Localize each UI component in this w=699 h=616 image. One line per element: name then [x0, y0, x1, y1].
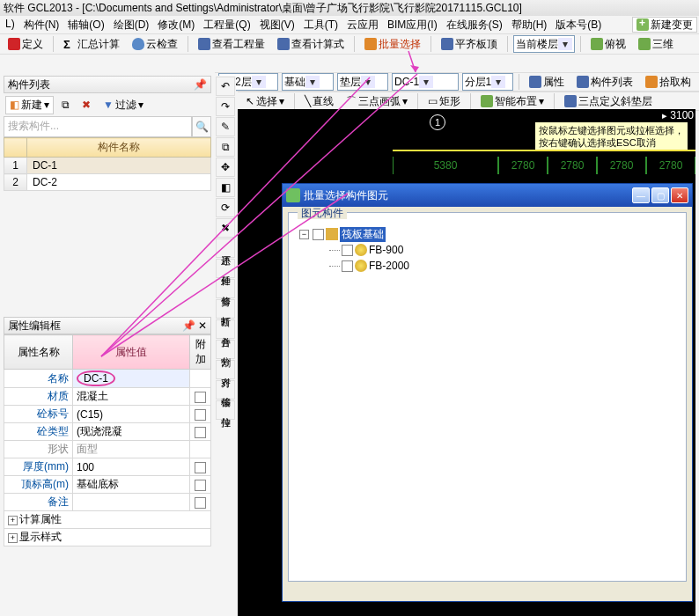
prop-row-expand[interactable]: +计算属性: [4, 511, 211, 529]
checkbox[interactable]: [342, 245, 353, 256]
restore-tool[interactable]: 还原: [216, 238, 235, 258]
pval[interactable]: (现浇混凝: [73, 423, 190, 441]
view-qty-button[interactable]: 查看工程量: [194, 35, 269, 54]
pval[interactable]: (C15): [73, 406, 190, 423]
dialog-title-bar[interactable]: 批量选择构件图元 — ▢ ✕: [283, 184, 692, 207]
arc3-tool[interactable]: ⌒三点画弧▾: [342, 92, 412, 111]
menu-item[interactable]: 工程量(Q): [200, 17, 254, 33]
tool-btn[interactable]: ⟳: [216, 198, 235, 217]
batch-select-button[interactable]: 批量选择: [360, 35, 425, 54]
menu-item[interactable]: 修改(M): [154, 17, 198, 33]
merge-tool[interactable]: 合并: [216, 319, 235, 339]
maximize-button[interactable]: ▢: [651, 187, 669, 203]
pin-icon[interactable]: 📌: [182, 319, 195, 332]
checkbox[interactable]: [195, 462, 206, 473]
slope3-tool[interactable]: 三点定义斜垫层: [560, 92, 657, 111]
overlook-button[interactable]: 俯视: [586, 35, 630, 54]
prop-row-expand[interactable]: +显示样式: [4, 529, 211, 546]
offset-tool[interactable]: 偏移: [216, 380, 235, 400]
pval[interactable]: 100: [73, 458, 190, 476]
subfloor-select[interactable]: 分层1▾: [462, 73, 514, 91]
col-name[interactable]: 构件名称: [27, 138, 211, 158]
menu-item[interactable]: 帮助(H): [508, 17, 551, 33]
menu-item[interactable]: 辅轴(O): [64, 17, 107, 33]
sum-button[interactable]: 汇总计算: [59, 35, 124, 54]
new-component-button[interactable]: ◧ 新建 ▾: [5, 96, 54, 114]
table-row[interactable]: 1DC-1: [4, 158, 211, 174]
menu-item[interactable]: 工具(T): [300, 17, 342, 33]
new-change-button[interactable]: 新建变更: [632, 17, 697, 33]
checkbox[interactable]: [195, 480, 206, 491]
table-row[interactable]: 2DC-2: [4, 174, 211, 191]
balance-button[interactable]: 平齐板顶: [437, 35, 502, 54]
props-button[interactable]: 属性: [525, 73, 569, 92]
category-select[interactable]: 基础▾: [282, 73, 334, 91]
line-tool[interactable]: ╲直线: [300, 92, 338, 111]
menu-item[interactable]: 版本号(B): [552, 17, 605, 33]
stretch-tool[interactable]: 拉伸: [216, 400, 235, 420]
menu-item[interactable]: 在线服务(S): [443, 17, 506, 33]
tool-btn[interactable]: ↷: [216, 97, 235, 116]
search-input[interactable]: 搜索构件...: [4, 116, 192, 137]
menu-item[interactable]: L): [2, 17, 18, 33]
pval[interactable]: 基础底标: [73, 476, 190, 494]
menu-item[interactable]: BIM应用(I): [384, 17, 441, 33]
pval[interactable]: 混凝土: [73, 388, 190, 406]
smart-tool[interactable]: 智能布置▾: [476, 92, 548, 111]
col-propname[interactable]: 属性名称: [4, 335, 73, 370]
prop-row[interactable]: 备注: [4, 494, 211, 511]
menu-item[interactable]: 视图(V): [256, 17, 298, 33]
define-button[interactable]: 定义: [4, 35, 48, 54]
prop-row[interactable]: 材质混凝土: [4, 388, 211, 406]
tool-btn[interactable]: ✎: [216, 117, 235, 136]
split-tool[interactable]: 分割: [216, 340, 235, 359]
tool-btn[interactable]: ↶: [216, 77, 235, 96]
tree-leaf[interactable]: FB-900: [329, 242, 681, 258]
tool-btn[interactable]: ◧: [216, 178, 235, 197]
select-tool[interactable]: ↖选择▾: [241, 92, 289, 111]
subcat-select[interactable]: 垫层▾: [337, 73, 389, 91]
component-select[interactable]: DC-1▾: [392, 73, 458, 91]
pick-button[interactable]: 拾取构: [641, 73, 695, 92]
close-icon[interactable]: ✕: [198, 319, 207, 332]
checkbox[interactable]: [195, 409, 206, 421]
copy-button[interactable]: ⧉: [57, 97, 74, 113]
close-button[interactable]: ✕: [671, 187, 688, 203]
menu-item[interactable]: 绘图(D): [110, 17, 153, 33]
filter-button[interactable]: ▼过滤▾: [99, 96, 148, 114]
rect-tool[interactable]: ▭矩形: [423, 92, 465, 111]
break-tool[interactable]: 打断: [216, 299, 235, 319]
minimize-button[interactable]: —: [632, 187, 650, 203]
floor-combo[interactable]: 当前楼层▾: [513, 35, 575, 53]
menu-item[interactable]: 构件(N): [20, 17, 63, 33]
3d-button[interactable]: 三维: [634, 35, 678, 54]
tool-btn[interactable]: ⧉: [216, 137, 235, 157]
delete-button[interactable]: ✖: [77, 97, 95, 113]
cloud-check-button[interactable]: 云检查: [128, 35, 182, 54]
checkbox[interactable]: [195, 427, 206, 438]
pval[interactable]: DC-1: [73, 370, 190, 388]
col-extra[interactable]: 附加: [190, 335, 211, 370]
checkbox[interactable]: [313, 229, 324, 240]
prop-row[interactable]: 名称DC-1: [4, 370, 211, 388]
checkbox[interactable]: [195, 392, 206, 403]
trim-tool[interactable]: 修剪: [216, 279, 235, 298]
pval[interactable]: [73, 494, 190, 511]
tool-btn[interactable]: ✥: [216, 158, 235, 177]
prop-row[interactable]: 形状面型: [4, 441, 211, 458]
align-tool[interactable]: 对齐: [216, 360, 235, 379]
comp-list-button[interactable]: 构件列表: [572, 73, 637, 92]
tree-leaf[interactable]: FB-2000: [329, 258, 681, 274]
col-propval[interactable]: 属性值: [73, 335, 190, 370]
expand-icon[interactable]: +: [8, 516, 18, 525]
checkbox[interactable]: [342, 260, 353, 272]
tree-root[interactable]: − 筏板基础: [299, 226, 681, 242]
prop-row[interactable]: 厚度(mm)100: [4, 458, 211, 476]
tool-btn[interactable]: ✖: [216, 218, 235, 238]
prop-row[interactable]: 砼标号(C15): [4, 406, 211, 423]
collapse-icon[interactable]: −: [299, 230, 309, 239]
pin-icon[interactable]: 📌: [194, 78, 207, 91]
search-button[interactable]: 🔍: [192, 116, 211, 137]
prop-row[interactable]: 顶标高(m)基础底标: [4, 476, 211, 494]
menu-item[interactable]: 云应用: [343, 17, 382, 33]
